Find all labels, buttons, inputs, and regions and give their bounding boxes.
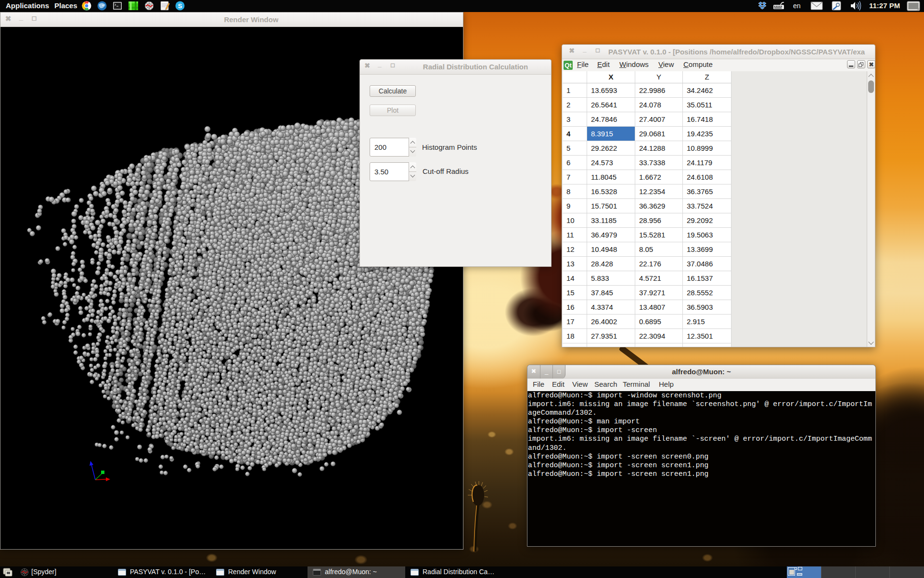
svg-text:en: en xyxy=(793,2,801,10)
svg-text:S: S xyxy=(178,2,182,10)
